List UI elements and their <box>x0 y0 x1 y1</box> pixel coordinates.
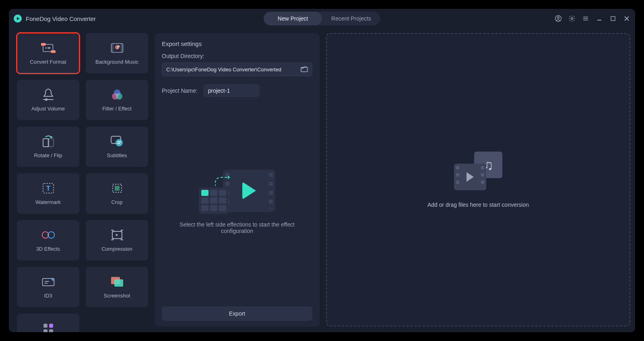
tool-label: Crop <box>111 199 122 205</box>
project-name-input[interactable]: project-1 <box>203 84 260 97</box>
project-name-label: Project Name: <box>162 87 198 94</box>
gear-icon[interactable] <box>568 15 576 22</box>
adjust-volume-icon <box>41 89 56 101</box>
svg-point-1 <box>557 17 559 19</box>
svg-rect-17 <box>121 44 123 52</box>
account-icon[interactable] <box>555 15 562 22</box>
tool-label: Background Music <box>95 59 138 65</box>
export-settings-panel: Export settings Output Directory: C:\Use… <box>155 33 320 326</box>
crop-icon <box>110 182 124 194</box>
background-music-icon <box>110 42 124 54</box>
output-directory-input[interactable]: C:\Users\pc\FoneDog Video Converter\Conv… <box>162 62 312 76</box>
app-logo: FoneDog Video Converter <box>14 15 96 23</box>
screenshot-icon <box>110 276 124 288</box>
tool-label: ID3 <box>44 293 52 299</box>
svg-point-2 <box>571 18 573 20</box>
svg-rect-7 <box>611 17 615 21</box>
rotate-flip-icon <box>41 135 56 148</box>
tab-new-project[interactable]: New Project <box>264 12 322 25</box>
tool-label: Adjust Volume <box>31 106 65 112</box>
tool-subtitles[interactable]: Subtitles <box>86 127 148 167</box>
project-tabs: New Project Recent Projects <box>264 12 380 25</box>
tool-grid: Convert Format Background Music Adjust V… <box>17 33 148 326</box>
window-controls <box>555 15 630 22</box>
tool-rotate-flip[interactable]: Rotate / Flip <box>17 127 79 167</box>
tool-label: Subtitles <box>107 152 127 158</box>
tool-background-music[interactable]: Background Music <box>86 33 148 73</box>
tool-screenshot[interactable]: Screenshot <box>86 267 148 307</box>
svg-rect-47 <box>43 329 47 333</box>
drop-zone-text: Add or drag files here to start conversi… <box>427 202 529 208</box>
svg-rect-48 <box>49 329 53 333</box>
tool-label: 3D Effects <box>36 246 60 252</box>
tool-filter-effect[interactable]: Filter / Effect <box>86 80 148 120</box>
svg-point-20 <box>45 98 47 101</box>
compression-icon <box>110 229 124 241</box>
tool-more[interactable]: More <box>17 314 79 332</box>
svg-rect-14 <box>47 47 50 48</box>
subtitles-icon <box>110 135 124 148</box>
menu-icon[interactable] <box>582 15 589 22</box>
project-name-row: Project Name: project-1 <box>162 84 312 97</box>
tool-compression[interactable]: Compression <box>86 220 148 260</box>
svg-rect-34 <box>115 186 120 191</box>
filter-effect-icon <box>110 89 124 101</box>
app-window: FoneDog Video Converter New Project Rece… <box>9 9 635 332</box>
svg-point-23 <box>116 93 122 100</box>
output-directory-value: C:\Users\pc\FoneDog Video Converter\Conv… <box>166 67 281 73</box>
browse-folder-icon[interactable] <box>301 66 308 73</box>
svg-rect-44 <box>114 279 123 287</box>
effect-placeholder-text: Select the left side effections to start… <box>170 221 304 234</box>
drop-zone-illustration: ♫ <box>454 152 502 190</box>
tool-id3[interactable]: ID3 <box>17 267 79 307</box>
app-title: FoneDog Video Converter <box>26 15 96 22</box>
svg-rect-45 <box>43 324 47 328</box>
tab-recent-projects[interactable]: Recent Projects <box>322 12 380 25</box>
svg-rect-46 <box>49 324 53 328</box>
svg-rect-11 <box>41 43 45 46</box>
tool-label: Compression <box>101 246 132 252</box>
export-button[interactable]: Export <box>162 306 312 321</box>
effect-placeholder-illustration <box>199 170 275 214</box>
project-name-value: project-1 <box>208 87 230 94</box>
tool-watermark[interactable]: T Watermark <box>17 173 79 214</box>
more-icon <box>41 322 56 333</box>
svg-rect-12 <box>51 50 55 53</box>
export-settings-title: Export settings <box>162 40 312 47</box>
watermark-icon: T <box>41 182 56 194</box>
3d-effects-icon <box>41 229 56 241</box>
tool-label: Filter / Effect <box>102 106 132 112</box>
svg-rect-16 <box>111 44 113 52</box>
convert-format-icon <box>41 42 56 54</box>
tool-crop[interactable]: Crop <box>86 173 148 214</box>
svg-marker-39 <box>116 234 118 236</box>
minimize-icon[interactable] <box>596 15 603 22</box>
tool-label: Watermark <box>35 199 61 205</box>
output-directory-label: Output Directory: <box>162 53 312 59</box>
svg-point-28 <box>116 139 123 146</box>
tool-label: Convert Format <box>30 59 66 65</box>
file-drop-zone[interactable]: ♫ Add or drag files here to start conver… <box>326 33 630 326</box>
titlebar: FoneDog Video Converter New Project Rece… <box>9 9 635 28</box>
tool-convert-format[interactable]: Convert Format <box>17 33 79 73</box>
id3-icon <box>41 276 56 288</box>
app-logo-icon <box>14 15 22 23</box>
svg-point-13 <box>45 47 46 48</box>
close-icon[interactable] <box>623 15 630 22</box>
tool-3d-effects[interactable]: 3D Effects <box>17 220 79 260</box>
app-body: Convert Format Background Music Adjust V… <box>9 28 635 332</box>
effect-placeholder: Select the left side effections to start… <box>162 97 312 306</box>
maximize-icon[interactable] <box>609 15 617 22</box>
tool-label: Screenshot <box>104 293 130 299</box>
tool-adjust-volume[interactable]: Adjust Volume <box>17 80 79 120</box>
tool-label: Rotate / Flip <box>34 152 62 158</box>
svg-text:T: T <box>46 185 50 192</box>
